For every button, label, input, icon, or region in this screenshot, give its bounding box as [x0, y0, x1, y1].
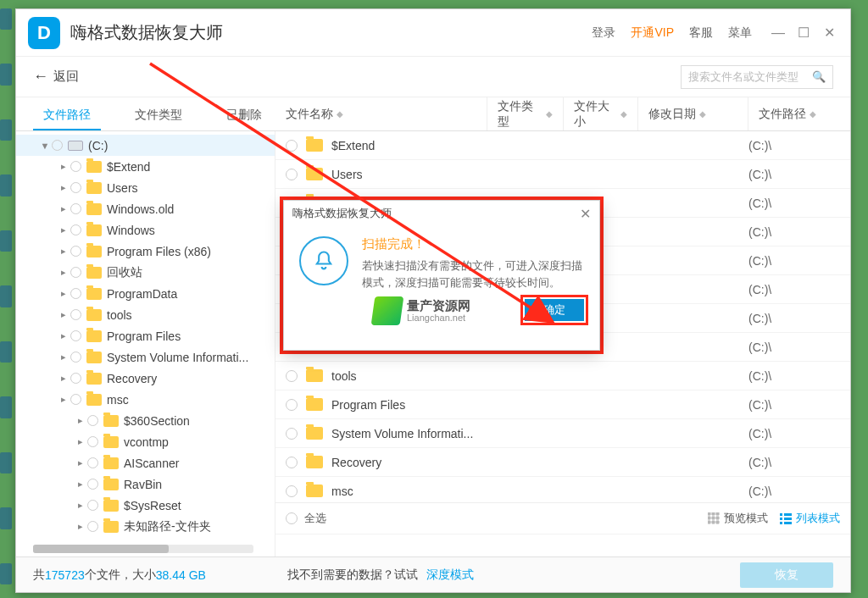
- tree-item[interactable]: ▸Recovery: [16, 368, 275, 389]
- close-button[interactable]: ✕: [820, 24, 838, 42]
- col-type[interactable]: 文件类型◆: [487, 97, 564, 130]
- select-all-label[interactable]: 全选: [304, 511, 326, 526]
- service-link[interactable]: 客服: [689, 25, 713, 41]
- ok-button[interactable]: 确定: [525, 299, 584, 321]
- tree-item[interactable]: ▸$Extend: [16, 156, 275, 177]
- tree-root[interactable]: ▼ (C:): [16, 135, 275, 156]
- radio-icon[interactable]: [70, 246, 81, 257]
- caret-right-icon[interactable]: ▸: [75, 500, 86, 511]
- caret-right-icon[interactable]: ▸: [75, 436, 86, 447]
- tree-label: $Extend: [107, 160, 150, 174]
- caret-right-icon[interactable]: ▸: [58, 182, 69, 193]
- radio-icon[interactable]: [87, 415, 98, 426]
- login-link[interactable]: 登录: [592, 25, 615, 41]
- caret-right-icon[interactable]: ▸: [75, 521, 86, 532]
- radio-icon[interactable]: [87, 457, 98, 468]
- radio-icon[interactable]: [70, 203, 81, 214]
- row-radio[interactable]: [286, 399, 298, 411]
- caret-right-icon[interactable]: ▸: [58, 394, 69, 405]
- tree-item[interactable]: ▸未知路径-文件夹: [16, 516, 275, 537]
- row-radio[interactable]: [286, 485, 298, 497]
- radio-icon[interactable]: [70, 267, 81, 278]
- dialog-close-button[interactable]: ✕: [580, 206, 591, 222]
- radio-icon[interactable]: [70, 288, 81, 299]
- caret-right-icon[interactable]: ▸: [58, 309, 69, 320]
- table-row[interactable]: Program Files(C:)\: [275, 390, 850, 419]
- radio-icon[interactable]: [87, 479, 98, 490]
- col-name[interactable]: 文件名称◆: [275, 97, 487, 130]
- tab-type[interactable]: 文件类型: [125, 98, 192, 130]
- tree-item[interactable]: ▸$SysReset: [16, 495, 275, 516]
- caret-right-icon[interactable]: ▸: [58, 288, 69, 299]
- caret-down-icon[interactable]: ▼: [40, 141, 50, 151]
- list-mode-button[interactable]: 列表模式: [780, 511, 840, 526]
- caret-right-icon[interactable]: ▸: [75, 415, 86, 426]
- caret-right-icon[interactable]: ▸: [58, 203, 69, 214]
- tree-item[interactable]: ▸Windows: [16, 219, 275, 241]
- folder-icon: [86, 394, 102, 406]
- tree-item[interactable]: ▸Users: [16, 177, 275, 198]
- tree-item[interactable]: ▸tools: [16, 304, 275, 325]
- tree-item[interactable]: ▸msc: [16, 389, 275, 410]
- radio-icon[interactable]: [70, 182, 81, 193]
- radio-icon[interactable]: [70, 394, 81, 405]
- caret-right-icon[interactable]: ▸: [75, 457, 86, 468]
- col-path[interactable]: 文件路径◆: [748, 97, 850, 130]
- radio-icon[interactable]: [70, 224, 81, 235]
- row-radio[interactable]: [286, 169, 298, 180]
- tree-item[interactable]: ▸RavBin: [16, 473, 275, 495]
- table-row[interactable]: Users(C:)\: [275, 160, 850, 189]
- tree-item[interactable]: ▸System Volume Informati...: [16, 346, 275, 368]
- table-row[interactable]: Recovery(C:)\: [275, 448, 850, 477]
- radio-icon[interactable]: [52, 140, 63, 151]
- row-radio[interactable]: [286, 370, 298, 382]
- minimize-button[interactable]: —: [769, 24, 787, 42]
- radio-icon[interactable]: [87, 521, 98, 532]
- caret-right-icon[interactable]: ▸: [58, 161, 69, 172]
- deep-scan-link[interactable]: 深度模式: [426, 568, 474, 581]
- radio-icon[interactable]: [70, 161, 81, 172]
- tree-item[interactable]: ▸$360Section: [16, 410, 275, 431]
- recover-button[interactable]: 恢复: [740, 562, 833, 588]
- caret-right-icon[interactable]: ▸: [58, 224, 69, 235]
- caret-right-icon[interactable]: ▸: [58, 352, 69, 363]
- tree-item[interactable]: ▸Windows.old: [16, 198, 275, 219]
- tree-item[interactable]: ▸Program Files: [16, 325, 275, 346]
- radio-icon[interactable]: [70, 373, 81, 384]
- table-row[interactable]: msc(C:)\: [275, 477, 850, 506]
- tab-path[interactable]: 文件路径: [33, 98, 101, 130]
- tree-item[interactable]: ▸回收站: [16, 262, 275, 283]
- caret-right-icon[interactable]: ▸: [58, 267, 69, 278]
- tree-item[interactable]: ▸AIScanner: [16, 452, 275, 473]
- radio-icon[interactable]: [70, 309, 81, 320]
- tab-deleted[interactable]: 已删除: [216, 98, 272, 130]
- table-row[interactable]: tools(C:)\: [275, 362, 850, 390]
- horizontal-scrollbar[interactable]: [33, 545, 253, 553]
- folder-tree[interactable]: ▼ (C:) ▸$Extend▸Users▸Windows.old▸Window…: [16, 131, 275, 556]
- caret-right-icon[interactable]: ▸: [58, 373, 69, 384]
- tree-item[interactable]: ▸ProgramData: [16, 283, 275, 304]
- radio-icon[interactable]: [87, 436, 98, 447]
- caret-right-icon[interactable]: ▸: [58, 330, 69, 341]
- select-all-radio[interactable]: [286, 512, 298, 524]
- back-button[interactable]: ← 返回: [33, 68, 79, 86]
- preview-mode-button[interactable]: 预览模式: [708, 511, 768, 526]
- maximize-button[interactable]: ☐: [794, 24, 813, 42]
- tree-item[interactable]: ▸vcontmp: [16, 431, 275, 452]
- row-radio[interactable]: [286, 140, 298, 152]
- table-row[interactable]: $Extend(C:)\: [275, 131, 850, 160]
- table-row[interactable]: System Volume Informati...(C:)\: [275, 419, 850, 448]
- col-date[interactable]: 修改日期◆: [638, 97, 748, 130]
- radio-icon[interactable]: [70, 352, 81, 363]
- search-input[interactable]: 搜索文件名或文件类型 🔍: [681, 65, 833, 89]
- radio-icon[interactable]: [87, 500, 98, 511]
- radio-icon[interactable]: [70, 330, 81, 341]
- tree-item[interactable]: ▸Program Files (x86): [16, 241, 275, 262]
- vip-link[interactable]: 开通VIP: [631, 25, 674, 41]
- caret-right-icon[interactable]: ▸: [75, 479, 86, 490]
- col-size[interactable]: 文件大小◆: [564, 97, 638, 130]
- row-radio[interactable]: [286, 457, 298, 468]
- caret-right-icon[interactable]: ▸: [58, 246, 69, 257]
- menu-link[interactable]: 菜单: [728, 25, 752, 41]
- row-radio[interactable]: [286, 428, 298, 440]
